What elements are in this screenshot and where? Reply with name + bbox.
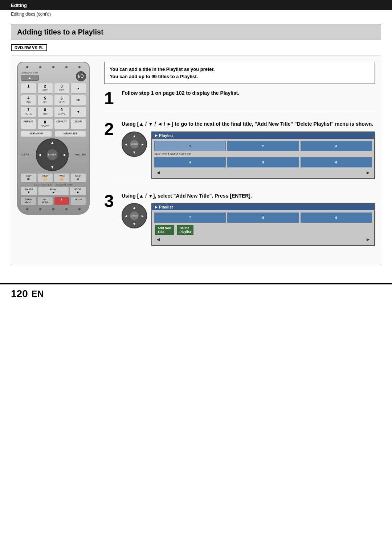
numpad-area: 1 2ABC 3DEF ▲ 4GHI 5JKL 6MNO CH 7PQRS 8T… — [21, 83, 86, 129]
step3-dpad-right: ► — [141, 214, 144, 218]
transport-row-1: SKIP⏮ REV⏪ FWD⏩ SKIP⏭ — [21, 173, 86, 182]
btn-setup[interactable]: SETUP — [70, 197, 86, 205]
btn-0[interactable]: 0SPACE — [37, 119, 53, 130]
btn-repeat[interactable]: REPEAT — [21, 119, 36, 130]
dpad-left[interactable]: ◄ — [38, 153, 42, 157]
btn-top-menu[interactable]: TOP MENU — [21, 131, 52, 137]
step-2: 2 Using [▲ / ▼ / ◄ / ►] to go to the nex… — [104, 121, 375, 185]
cell-3: 3 — [301, 141, 372, 151]
menu-row: TOP MENU MENU/LIST — [21, 131, 86, 137]
bottom-btns: TIMERPROG. RECMODE ● SETUP — [21, 197, 86, 205]
dpad-right[interactable]: ► — [63, 153, 67, 157]
content-wrapper: OPEN/CLOSE ▲ I/O 1 2ABC 3DEF ▲ 4GHI — [11, 56, 381, 265]
right-side-btns: RETURN — [75, 153, 86, 156]
power-button[interactable]: I/O — [76, 71, 86, 81]
btn-5[interactable]: 5JKL — [37, 95, 53, 106]
screen-2-grid-row2: 4 5 6 — [154, 157, 372, 167]
dot-2 — [39, 66, 41, 68]
btn-8[interactable]: 8TUV — [37, 106, 53, 117]
cell-6: 6 — [301, 157, 372, 167]
numpad: 1 2ABC 3DEF ▲ 4GHI 5JKL 6MNO CH 7PQRS 8T… — [21, 83, 86, 117]
clear-label: CLEAR — [21, 153, 29, 156]
btn-ch-label[interactable]: CH — [70, 95, 86, 106]
step3-dpad-down: ▼ — [132, 222, 136, 226]
step-3-text: Using [▲ / ▼], select "Add New Title". P… — [122, 193, 375, 200]
step-1-text: Follow step 1 on page 102 to display the… — [122, 90, 375, 97]
eject-button[interactable]: OPEN/CLOSE ▲ — [21, 72, 39, 81]
cell-1: 1 — [154, 141, 226, 151]
left-side-btns: CLEAR — [21, 153, 29, 156]
btn-rec[interactable]: ● — [54, 197, 70, 205]
btn-ch-down[interactable]: ▼ — [70, 106, 86, 117]
step-3-screen: ▶ Playlist 7 8 9 — [151, 203, 375, 246]
dpad: ▲ ▼ ◄ ► ENTER — [36, 138, 69, 171]
cell-4: 4 — [154, 157, 226, 167]
btn-fwd[interactable]: FWD⏩ — [54, 173, 70, 182]
bot-dot-5 — [78, 208, 81, 210]
screen-2-info: JAN/ 1/06 1:00AM CH12 XP — [154, 153, 372, 156]
section-title: Editing — [11, 3, 27, 8]
btn-4[interactable]: 4GHI — [21, 95, 36, 106]
cell-9: 9 — [301, 212, 372, 223]
step-2-content: Using [▲ / ▼ / ◄ / ►] to go to the next … — [122, 121, 375, 179]
btn-skip-prev[interactable]: SKIP⏮ — [21, 173, 37, 182]
step-2-screen: ▶ Playlist 1 2 3 JAN/ 1/06 1:00AM CH12 X… — [151, 131, 375, 179]
bot-dot-1 — [26, 208, 28, 210]
power-icon: I/O — [78, 74, 84, 79]
step2-dpad-up: ▲ — [132, 134, 136, 138]
btn-stop[interactable]: STOP⏹ — [70, 187, 86, 196]
btn-zoom[interactable]: ZOOM — [70, 119, 86, 130]
btn-2[interactable]: 2ABC — [37, 83, 53, 94]
remote-bottom-dots — [21, 208, 86, 210]
steps-panel: You can add a title in the Playlist as y… — [104, 62, 375, 259]
screen-3-title: Playlist — [159, 205, 173, 209]
step-2-dpad-wrap: ▲ ▼ ◄ ► ENTER — [122, 131, 147, 157]
dpad-down[interactable]: ▼ — [50, 165, 54, 169]
btn-3[interactable]: 3DEF — [54, 83, 70, 94]
btn-pause[interactable]: PAUSE⏸ — [21, 187, 37, 196]
bot-dot-3 — [52, 208, 54, 210]
step3-enter-btn: ENTER — [130, 211, 139, 220]
btn-6[interactable]: 6MNO — [54, 95, 70, 106]
btn-menu-list[interactable]: MENU/LIST — [55, 131, 86, 137]
screen-2-body: 1 2 3 JAN/ 1/06 1:00AM CH12 XP 4 5 6 — [152, 139, 374, 178]
btn-play[interactable]: PLAY▶ — [38, 187, 69, 196]
menu-delete-playlist[interactable]: DeletePlaylist — [177, 225, 193, 235]
dot-5 — [78, 66, 81, 68]
screen-3-grid: 7 8 9 — [154, 212, 372, 223]
dot-4 — [65, 66, 68, 68]
btn-rev[interactable]: REV⏪ — [37, 173, 53, 182]
btn-display[interactable]: DISPLAY — [54, 119, 70, 130]
subsection-header: Editing discs (cont'd) — [0, 10, 392, 20]
step2-dpad-down: ▼ — [132, 150, 136, 154]
screen-2-grid-row1: 1 2 3 — [154, 141, 372, 151]
special-row: REPEAT 0SPACE DISPLAY ZOOM — [21, 119, 86, 130]
step-3-number: 3 — [104, 193, 117, 246]
menu-add-new-title[interactable]: Add NewTitle — [155, 225, 174, 235]
nav-left-arrow: ◄ — [156, 170, 161, 175]
menu-items-area: Add NewTitle DeletePlaylist — [154, 224, 372, 236]
open-close-label: OPEN/CLOSE — [21, 72, 39, 74]
btn-rec-mode[interactable]: RECMODE — [37, 197, 53, 205]
step-3-dpad-wrap: ▲ ▼ ◄ ► ENTER — [122, 203, 147, 228]
dpad-up[interactable]: ▲ — [50, 140, 54, 145]
btn-timer-prog[interactable]: TIMERPROG. — [21, 197, 36, 205]
btn-7[interactable]: 7PQRS — [21, 106, 36, 117]
remote-top-dots — [21, 66, 86, 68]
nav3-right-arrow: ► — [366, 236, 371, 242]
screen-3-nav: ◄ ► — [154, 236, 372, 243]
speed-label: 1.3x / 0.8x PLAY INSTANT SKIP — [21, 183, 86, 186]
btn-skip-next[interactable]: SKIP⏭ — [70, 173, 86, 182]
btn-ch-up[interactable]: ▲ — [70, 83, 86, 94]
step2-enter-btn: ENTER — [130, 139, 139, 149]
eject-icon[interactable]: ▲ — [21, 75, 39, 81]
btn-1[interactable]: 1 — [21, 83, 36, 94]
page-lang: EN — [32, 289, 44, 299]
eject-power-row: OPEN/CLOSE ▲ I/O — [21, 71, 86, 81]
step-2-number: 2 — [104, 121, 117, 179]
step-1: 1 Follow step 1 on page 102 to display t… — [104, 90, 375, 113]
remote-container: OPEN/CLOSE ▲ I/O 1 2ABC 3DEF ▲ 4GHI — [17, 62, 97, 259]
enter-button[interactable]: ENTER — [46, 149, 58, 161]
btn-9[interactable]: 9WXYZ — [54, 106, 70, 117]
section-title-box: Adding titles to a Playlist — [11, 24, 381, 40]
